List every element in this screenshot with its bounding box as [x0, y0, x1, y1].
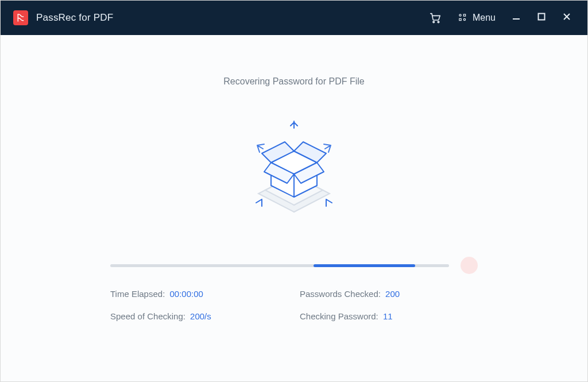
svg-point-2 [459, 14, 461, 16]
progress-track [110, 264, 449, 267]
progress-row [110, 257, 478, 274]
app-title: PassRec for PDF [36, 12, 113, 24]
stat-speed: Speed of Checking: 200/s [110, 311, 288, 321]
stat-label: Passwords Checked: [300, 289, 381, 299]
stat-value: 11 [383, 311, 393, 321]
cart-icon [429, 11, 442, 24]
svg-point-0 [433, 21, 435, 23]
close-button[interactable] [554, 1, 579, 35]
stop-button[interactable] [461, 257, 478, 274]
maximize-button[interactable] [529, 1, 554, 35]
page-heading: Recovering Password for PDF File [223, 76, 364, 87]
minimize-button[interactable] [504, 1, 529, 35]
menu-button[interactable]: Menu [450, 1, 504, 35]
open-box-icon [237, 113, 351, 228]
menu-label: Menu [473, 13, 496, 23]
progress-bar [314, 264, 415, 267]
stats-grid: Time Elapsed: 00:00:00 Passwords Checked… [110, 289, 478, 321]
svg-rect-3 [463, 14, 465, 16]
stat-value: 00:00:00 [170, 289, 203, 299]
stat-label: Checking Password: [300, 311, 378, 321]
svg-rect-7 [539, 14, 545, 20]
stat-label: Time Elapsed: [110, 289, 165, 299]
svg-point-1 [438, 21, 439, 23]
main-content: Recovering Password for PDF File [1, 35, 587, 381]
menu-grid-icon [458, 13, 468, 23]
cart-button[interactable] [421, 1, 450, 35]
titlebar: PassRec for PDF Menu [1, 1, 587, 35]
stat-passwords-checked: Passwords Checked: 200 [300, 289, 478, 299]
pdf-app-icon [13, 10, 28, 25]
svg-point-5 [463, 18, 465, 20]
svg-rect-4 [459, 18, 461, 20]
stat-value: 200 [385, 289, 400, 299]
stat-value: 200/s [190, 311, 211, 321]
app-window: PassRec for PDF Menu [0, 0, 588, 382]
stat-checking-password: Checking Password: 11 [300, 311, 478, 321]
maximize-icon [537, 13, 546, 23]
stat-label: Speed of Checking: [110, 311, 185, 321]
close-icon [562, 12, 571, 24]
stat-time-elapsed: Time Elapsed: 00:00:00 [110, 289, 288, 299]
minimize-icon [512, 12, 521, 24]
